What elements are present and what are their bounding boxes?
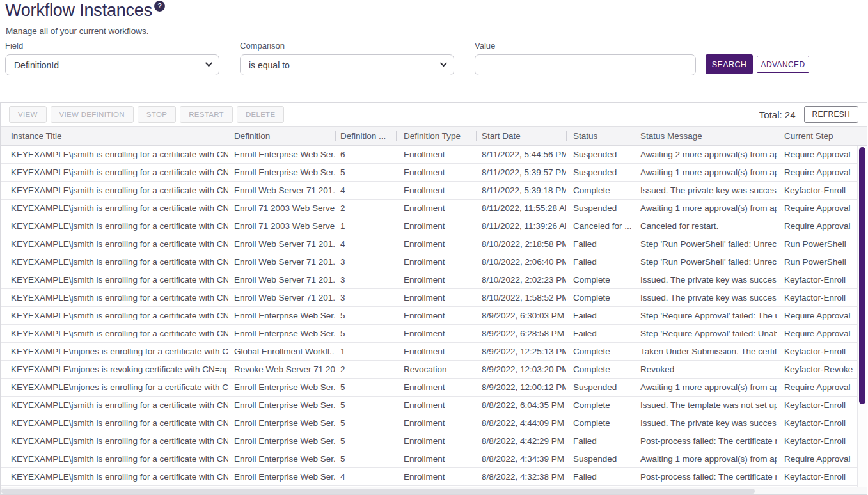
horizontal-scrollbar-thumb[interactable] [1, 489, 755, 494]
cell-status: Complete [566, 365, 633, 374]
cell-definition: Enroll Web Server 71 201... [228, 239, 335, 249]
cell-definition-version: 4 [335, 472, 396, 482]
table-row[interactable]: KEYEXAMPLE\jsmith is enrolling for a cer… [1, 468, 858, 486]
cell-definition-type: Enrollment [396, 382, 476, 392]
table-row[interactable]: KEYEXAMPLE\jsmith is enrolling for a cer… [1, 397, 858, 414]
search-button[interactable]: SEARCH [706, 54, 753, 74]
table-row[interactable]: KEYEXAMPLE\jsmith is enrolling for a cer… [1, 432, 858, 450]
table-row[interactable]: KEYEXAMPLE\jsmith is enrolling for a cer… [1, 271, 858, 289]
workflow-instances-page: Workflow Instances? Manage all of your c… [0, 0, 868, 495]
cell-status: Failed [566, 311, 633, 320]
cell-definition: Enroll Enterprise Web Ser... [228, 472, 335, 482]
cell-current-step: Keyfactor-Enroll [777, 436, 858, 446]
value-input[interactable] [475, 54, 696, 75]
table-row[interactable]: KEYEXAMPLE\jsmith is enrolling for a cer… [1, 325, 858, 343]
vertical-scrollbar-track [857, 146, 867, 487]
cell-current-step: Require Approval [777, 203, 858, 213]
cell-definition: Enroll Enterprise Web Ser... [228, 150, 335, 159]
column-header-instance-title[interactable]: Instance Title [1, 131, 228, 141]
cell-definition: Enroll Enterprise Web Ser... [228, 329, 335, 338]
column-header-definition[interactable]: Definition [228, 131, 335, 141]
cell-instance-title: KEYEXAMPLE\jsmith is enrolling for a cer… [1, 472, 228, 482]
table-row[interactable]: KEYEXAMPLE\mjones is enrolling for a cer… [1, 379, 858, 397]
view-button[interactable]: VIEW [9, 106, 47, 123]
cell-start-date: 8/10/2022, 2:18:58 PM [476, 239, 566, 249]
field-label: Field [5, 41, 219, 51]
table-row[interactable]: KEYEXAMPLE\mjones is enrolling for a cer… [1, 343, 858, 361]
column-header-start-date[interactable]: Start Date [476, 131, 566, 141]
table-row[interactable]: KEYEXAMPLE\jsmith is enrolling for a cer… [1, 217, 858, 235]
table-toolbar: VIEW VIEW DEFINITION STOP RESTART DELETE… [1, 103, 867, 126]
cell-status-message: Issued. The template was not set up... [633, 400, 777, 410]
cell-status: Complete [566, 347, 633, 356]
table-row[interactable]: KEYEXAMPLE\jsmith is enrolling for a cer… [1, 164, 858, 182]
cell-current-step: Require Approval [777, 329, 858, 338]
cell-definition-type: Enrollment [396, 418, 476, 428]
cell-instance-title: KEYEXAMPLE\jsmith is enrolling for a cer… [1, 150, 228, 159]
cell-instance-title: KEYEXAMPLE\jsmith is enrolling for a cer… [1, 436, 228, 446]
column-header-definition-version[interactable]: Definition ... [335, 131, 396, 141]
table-row[interactable]: KEYEXAMPLE\jsmith is enrolling for a cer… [1, 235, 858, 253]
cell-definition: Enroll Web Server 71 201... [228, 185, 335, 195]
advanced-button[interactable]: ADVANCED [757, 56, 809, 73]
cell-status-message: Taken Under Submission. The certifi... [633, 347, 777, 356]
cell-definition-type: Enrollment [396, 275, 476, 285]
cell-current-step: Run PowerShell [777, 257, 858, 267]
table-row[interactable]: KEYEXAMPLE\jsmith is enrolling for a cer… [1, 414, 858, 432]
table-row[interactable]: KEYEXAMPLE\jsmith is enrolling for a cer… [1, 289, 858, 307]
cell-definition-type: Enrollment [396, 454, 476, 464]
cell-definition: Enroll Enterprise Web Ser... [228, 436, 335, 446]
cell-definition: Enroll Enterprise Web Ser... [228, 382, 335, 392]
cell-definition-version: 6 [335, 150, 396, 159]
page-title-text: Workflow Instances [5, 1, 152, 20]
column-header-definition-type[interactable]: Definition Type [396, 131, 476, 141]
cell-start-date: 8/10/2022, 2:02:23 PM [476, 275, 566, 285]
value-label: Value [475, 41, 696, 51]
help-icon[interactable]: ? [154, 1, 165, 12]
cell-definition-version: 2 [335, 203, 396, 213]
table-row[interactable]: KEYEXAMPLE\jsmith is enrolling for a cer… [1, 200, 858, 217]
column-header-current-step[interactable]: Current Step [777, 131, 858, 141]
cell-definition: Enroll Enterprise Web Ser... [228, 311, 335, 320]
cell-instance-title: KEYEXAMPLE\jsmith is enrolling for a cer… [1, 185, 228, 195]
table-row[interactable]: KEYEXAMPLE\jsmith is enrolling for a cer… [1, 307, 858, 325]
table-row[interactable]: KEYEXAMPLE\jsmith is enrolling for a cer… [1, 182, 858, 200]
comparison-select[interactable]: is equal to [240, 54, 454, 75]
cell-instance-title: KEYEXAMPLE\jsmith is enrolling for a cer… [1, 329, 228, 338]
table-row[interactable]: KEYEXAMPLE\jsmith is enrolling for a cer… [1, 253, 858, 271]
cell-start-date: 8/11/2022, 5:39:57 PM [476, 168, 566, 177]
cell-start-date: 8/8/2022, 4:42:29 PM [476, 436, 566, 446]
total-count: Total: 24 [759, 109, 796, 120]
cell-instance-title: KEYEXAMPLE\jsmith is enrolling for a cer… [1, 275, 228, 285]
cell-status: Canceled for ... [566, 221, 633, 231]
cell-status: Failed [566, 436, 633, 446]
column-header-status-message[interactable]: Status Message [633, 131, 777, 141]
view-definition-button[interactable]: VIEW DEFINITION [51, 106, 134, 123]
stop-button[interactable]: STOP [138, 106, 176, 123]
cell-status: Failed [566, 472, 633, 482]
page-title: Workflow Instances? [5, 1, 165, 20]
cell-instance-title: KEYEXAMPLE\jsmith is enrolling for a cer… [1, 239, 228, 249]
column-header-status[interactable]: Status [566, 131, 633, 141]
restart-button[interactable]: RESTART [180, 106, 233, 123]
vertical-scrollbar-thumb[interactable] [859, 147, 865, 404]
cell-definition-version: 2 [335, 365, 396, 374]
cell-current-step: Keyfactor-Enroll [777, 418, 858, 428]
table-row[interactable]: KEYEXAMPLE\mjones is revoking certificat… [1, 361, 858, 379]
cell-instance-title: KEYEXAMPLE\mjones is enrolling for a cer… [1, 347, 228, 356]
table-row[interactable]: KEYEXAMPLE\jsmith is enrolling for a cer… [1, 450, 858, 468]
cell-status-message: Step 'Require Approval' failed: The u... [633, 311, 777, 320]
cell-current-step: Keyfactor-Enroll [777, 347, 858, 356]
cell-definition: Enroll Enterprise Web Ser... [228, 418, 335, 428]
cell-definition-type: Enrollment [396, 311, 476, 320]
field-select-value: DefinitionId [14, 60, 59, 70]
field-filter-group: Field DefinitionId [5, 41, 219, 75]
refresh-button[interactable]: REFRESH [804, 106, 858, 123]
cell-current-step: Run PowerShell [777, 239, 858, 249]
delete-button[interactable]: DELETE [237, 106, 285, 123]
cell-start-date: 8/11/2022, 5:44:56 PM [476, 150, 566, 159]
cell-start-date: 8/10/2022, 2:06:40 PM [476, 257, 566, 267]
cell-current-step: Require Approval [777, 382, 858, 392]
table-row[interactable]: KEYEXAMPLE\jsmith is enrolling for a cer… [1, 146, 858, 164]
field-select[interactable]: DefinitionId [5, 54, 219, 75]
